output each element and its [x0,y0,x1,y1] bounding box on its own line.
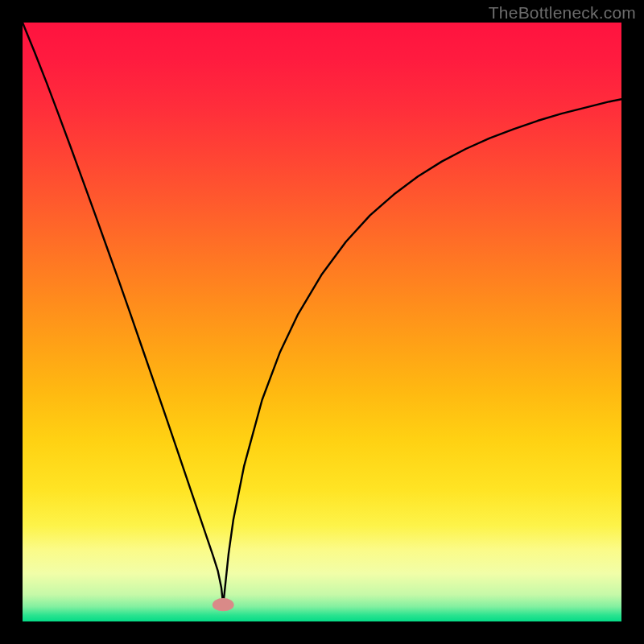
watermark-text: TheBottleneck.com [489,3,636,23]
chart-background [23,23,621,621]
chart-plot [23,23,621,621]
chart-frame: TheBottleneck.com [0,0,644,644]
optimal-point-marker [213,598,234,611]
